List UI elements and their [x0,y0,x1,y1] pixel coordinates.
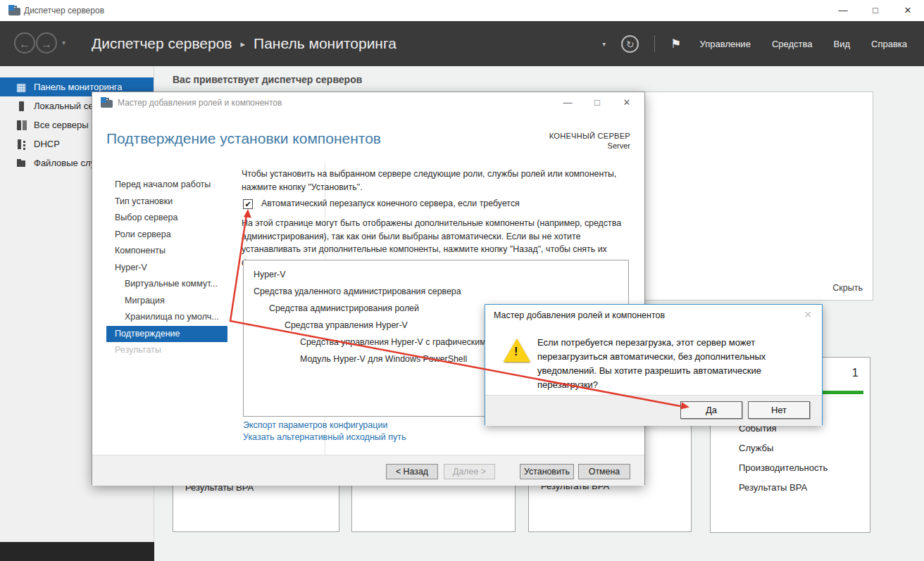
dashboard-icon: ▦ [15,82,27,93]
app-title: Диспетчер серверов [24,6,104,15]
wizard-nav-results: Результаты [92,342,233,359]
header-divider [654,35,655,52]
hide-link[interactable]: Скрыть [832,283,863,293]
wizard-title: Мастер добавления ролей и компонентов [118,98,282,108]
no-button[interactable]: Нет [748,401,810,419]
flag-icon[interactable]: ⚑ [670,37,681,51]
back-icon[interactable]: ← [14,32,35,53]
sidebar-item-label: DHCP [34,139,60,149]
restart-checkbox[interactable]: ✔ [243,199,253,209]
add-roles-wizard: Мастер добавления ролей и компонентов — … [92,92,645,485]
wizard-nav-confirmation[interactable]: Подтверждение [106,326,227,343]
install-button[interactable]: Установить [520,464,574,479]
tile-row-bpa[interactable]: Результаты BPA [739,477,828,497]
cancel-button[interactable]: Отмена [578,464,630,479]
sidebar-item-label: Все серверы [34,120,89,130]
breadcrumb: Диспетчер серверов ▸ Панель мониторинга [92,21,397,66]
refresh-icon[interactable]: ↻ [621,35,639,53]
wizard-nav-migration[interactable]: Миграция [92,293,233,310]
close-icon[interactable]: ✕ [892,0,924,21]
header-bar: ← → ▾ Диспетчер серверов ▸ Панель монито… [0,21,924,66]
wizard-nav-server-selection[interactable]: Выбор сервера [92,210,233,227]
server-icon [15,101,27,112]
restart-checkbox-label[interactable]: Автоматический перезапуск конечного серв… [261,198,520,208]
export-settings-link[interactable]: Экспорт параметров конфигурации [243,420,387,430]
target-server-name: Server [549,141,630,150]
wizard-nav-default-stores[interactable]: Хранилища по умолч... [92,309,233,326]
maximize-icon[interactable]: □ [582,92,612,113]
list-item: Hyper-V [254,266,628,283]
wizard-footer: < Назад Далее > Установить Отмена [92,455,644,486]
app-titlebar: Диспетчер серверов — □ ✕ [0,0,924,21]
menu-view[interactable]: Вид [830,39,853,49]
list-item: Средства удаленного администрирования се… [254,283,628,300]
wizard-titlebar: Мастер добавления ролей и компонентов — … [92,92,644,113]
close-icon[interactable]: ✕ [612,92,642,113]
wizard-intro-text: Чтобы установить на выбранном сервере сл… [242,168,640,194]
dialog-title: Мастер добавления ролей и компонентов [494,310,665,320]
target-server-block: КОНЕЧНЫЙ СЕРВЕР Server [549,132,630,150]
wizard-nav-features[interactable]: Компоненты [92,243,233,260]
wizard-nav-hyperv[interactable]: Hyper-V [92,260,233,277]
dialog-footer: Да Нет [485,395,822,426]
server-manager-icon [8,5,20,16]
breadcrumb-root[interactable]: Диспетчер серверов [92,35,232,52]
wizard-nav-before-begin[interactable]: Перед началом работы [92,177,233,194]
server-count: 1 [852,366,859,380]
menu-help[interactable]: Справка [868,39,910,49]
breadcrumb-separator-icon: ▸ [241,39,246,49]
yes-button[interactable]: Да [680,401,742,419]
sidebar-item-label: Панель мониторинга [34,82,123,92]
wizard-page-heading: Подтверждение установки компонентов [106,130,381,147]
next-button: Далее > [444,464,495,479]
minimize-icon[interactable]: — [553,92,582,113]
minimize-icon[interactable]: — [827,0,859,21]
dhcp-icon [15,139,27,150]
servers-icon [15,120,27,131]
warning-icon: ! [504,339,530,362]
maximize-icon[interactable]: □ [859,0,892,21]
close-icon[interactable]: ✕ [804,309,812,320]
breadcrumb-current[interactable]: Панель мониторинга [254,35,397,52]
back-button[interactable]: < Назад [386,464,438,479]
server-manager-window: Диспетчер серверов — □ ✕ ← → ▾ Диспетчер… [0,0,924,561]
tile-row-services[interactable]: Службы [739,438,828,458]
tile-row-performance[interactable]: Производительность [739,458,828,477]
wizard-nav-install-type[interactable]: Тип установки [92,194,233,210]
restart-confirm-dialog: Мастер добавления ролей и компонентов ✕ … [485,304,823,425]
menu-tools[interactable]: Средства [769,39,816,49]
wizard-nav-virtual-switches[interactable]: Виртуальные коммут... [92,276,233,293]
target-server-label: КОНЕЧНЫЙ СЕРВЕР [549,132,630,140]
welcome-heading: Вас приветствует диспетчер серверов [173,74,362,85]
menu-manage[interactable]: Управление [697,39,754,49]
sidebar-bottom-strip [0,542,154,561]
forward-icon[interactable]: → [36,32,57,53]
alternate-source-link[interactable]: Указать альтернативный исходный путь [243,432,406,442]
nav-history-caret-icon[interactable]: ▾ [62,39,65,46]
dialog-message: Если потребуется перезагрузка, этот серв… [537,336,816,392]
server-manager-icon [101,97,113,108]
folder-icon [15,158,27,169]
wizard-nav-server-roles[interactable]: Роли сервера [92,227,233,244]
notifications-caret-icon[interactable]: ▾ [602,40,606,48]
wizard-nav: Перед началом работы Тип установки Выбор… [92,177,233,359]
